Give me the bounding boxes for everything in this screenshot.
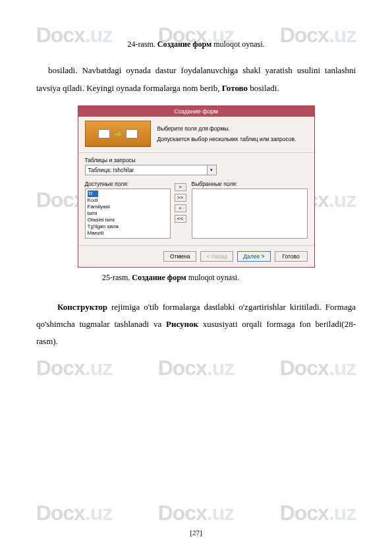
- dialog-header-area: ➔ Выберите поля для формы. Допускается в…: [78, 117, 314, 153]
- field-move-buttons: > >> < <<: [175, 181, 188, 239]
- figure-caption-25: 25-rasm. Создание форм muloqot oynasi.: [102, 273, 356, 283]
- watermark: Docx.uz: [36, 501, 113, 525]
- list-item[interactable]: Ismi: [88, 210, 168, 217]
- tables-combobox[interactable]: Таблица: Ishchilar ▾: [85, 165, 217, 175]
- dialog-screenshot: Создание форм ➔ Выберите поля для формы.…: [36, 105, 356, 268]
- chevron-down-icon[interactable]: ▾: [207, 165, 216, 175]
- back-button[interactable]: < Назад: [200, 251, 233, 262]
- selected-fields-label: Выбранные поля:: [192, 181, 308, 187]
- move-all-right-button[interactable]: >>: [175, 194, 186, 202]
- move-left-button[interactable]: <: [175, 204, 186, 212]
- paragraph-2: Конструктор rejimiga o'tib formalarga da…: [36, 299, 356, 350]
- available-fields-listbox[interactable]: Tr Kodi Familyasi Ismi Otasini ismi Tg'i…: [85, 189, 171, 239]
- list-item[interactable]: Manzili: [88, 230, 168, 237]
- dialog-footer: Отмена < Назад Далее > Готово: [78, 245, 314, 267]
- tables-queries-label: Таблицы и запросы: [85, 157, 308, 163]
- page-content: 24-rasm. Создание форм muloqot oynasi. b…: [0, 0, 392, 379]
- dialog-body: Таблицы и запросы Таблица: Ishchilar ▾ Д…: [78, 153, 314, 245]
- watermark: Docx.uz: [158, 501, 235, 525]
- create-forms-dialog: Создание форм ➔ Выберите поля для формы.…: [78, 105, 315, 268]
- list-item[interactable]: Otasini ismi: [88, 217, 168, 223]
- watermark: Docx.uz: [280, 501, 356, 525]
- wizard-graphic-icon: ➔: [85, 121, 151, 147]
- list-item[interactable]: Tg'ilgan sana: [88, 223, 168, 230]
- finish-button[interactable]: Готово: [275, 251, 308, 262]
- watermark-row: Docx.uz Docx.uz Docx.uz: [0, 501, 392, 525]
- list-item[interactable]: Tr: [88, 190, 98, 197]
- list-item[interactable]: Kodi: [88, 197, 168, 204]
- move-right-button[interactable]: >: [175, 183, 186, 191]
- instruction-line-2: Допускается выбор нескольких таблиц или …: [157, 136, 308, 142]
- figure-caption-24: 24-rasm. Создание форм muloqot oynasi.: [36, 40, 356, 49]
- selected-fields-listbox[interactable]: [192, 189, 308, 239]
- cancel-button[interactable]: Отмена: [163, 251, 196, 262]
- next-button[interactable]: Далее >: [237, 251, 270, 262]
- dialog-titlebar: Создание форм: [78, 106, 314, 117]
- paragraph-1: bosiladi. Navbatdagi oynada dastur foyda…: [36, 61, 356, 98]
- instruction-line-1: Выберите поля для формы.: [157, 125, 308, 132]
- list-item[interactable]: Familyasi: [88, 204, 168, 210]
- combo-value: Таблица: Ishchilar: [86, 165, 207, 175]
- list-item[interactable]: Ishga kirgan vaqti: [88, 237, 168, 239]
- page-number: [27]: [0, 529, 392, 537]
- available-fields-label: Доступные поля:: [85, 181, 171, 187]
- dialog-instructions: Выберите поля для формы. Допускается выб…: [151, 121, 308, 147]
- move-all-left-button[interactable]: <<: [175, 215, 186, 223]
